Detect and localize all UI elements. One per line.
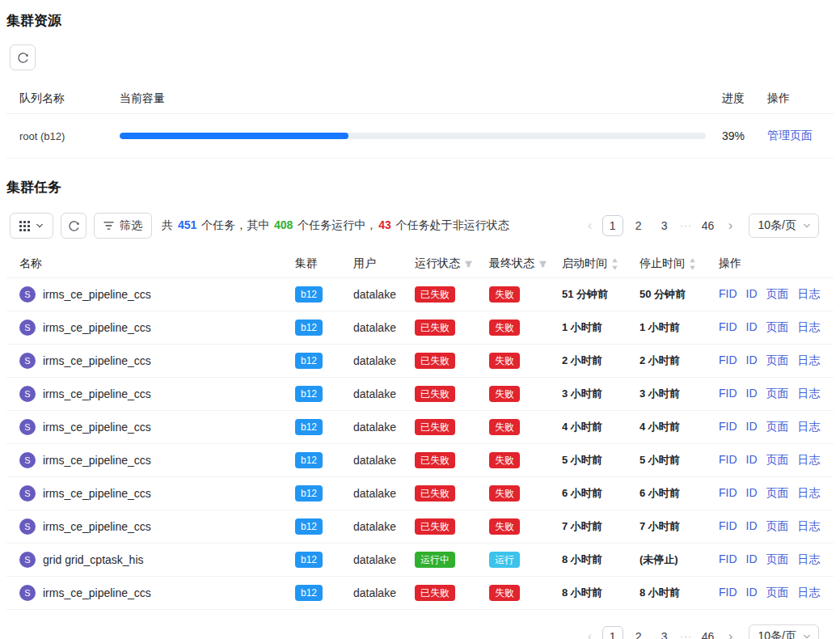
filter-button-label: 筛选 — [120, 218, 142, 233]
id-link[interactable]: ID — [746, 552, 758, 565]
page-link[interactable]: 页面 — [766, 486, 789, 499]
page-button-3[interactable]: 3 — [654, 626, 675, 639]
user-name: datalake — [348, 321, 410, 334]
sort-icon[interactable] — [611, 258, 618, 270]
fid-link[interactable]: FID — [719, 552, 737, 565]
id-link[interactable]: ID — [746, 453, 758, 466]
tasks-refresh-button[interactable] — [61, 213, 87, 239]
page-link[interactable]: 页面 — [766, 420, 789, 433]
page-link[interactable]: 页面 — [766, 519, 789, 532]
id-link[interactable]: ID — [746, 353, 758, 366]
page-button-3[interactable]: 3 — [654, 215, 675, 236]
chevron-down-icon — [803, 222, 811, 230]
next-page-button[interactable]: › — [721, 626, 741, 639]
filter-button[interactable]: 筛选 — [94, 213, 152, 239]
page-ellipsis[interactable]: ··· — [677, 631, 695, 639]
resources-table-row: root (b12) 39% 管理页面 — [6, 114, 834, 159]
fid-link[interactable]: FID — [719, 586, 737, 599]
fid-link[interactable]: FID — [719, 519, 737, 532]
pagination-bottom: ‹ 1 2 3 ··· 46 › 10条/页 — [580, 624, 819, 639]
cluster-badge: b12 — [295, 419, 323, 435]
page-button-2[interactable]: 2 — [628, 215, 649, 236]
start-time: 5 小时前 — [557, 453, 635, 468]
queue-name: root (b12) — [6, 130, 120, 142]
page-link[interactable]: 页面 — [766, 453, 789, 466]
run-status-badge: 已失败 — [415, 518, 455, 535]
page-button-46[interactable]: 46 — [698, 215, 719, 236]
page-size-select[interactable]: 10条/页 — [749, 214, 819, 238]
resources-refresh-button[interactable] — [10, 44, 36, 70]
filter-funnel-icon[interactable] — [538, 260, 547, 269]
id-link[interactable]: ID — [746, 387, 758, 400]
log-link[interactable]: 日志 — [798, 320, 821, 333]
log-link[interactable]: 日志 — [798, 287, 821, 300]
id-link[interactable]: ID — [746, 486, 758, 499]
id-link[interactable]: ID — [746, 420, 758, 433]
log-link[interactable]: 日志 — [798, 486, 821, 499]
avatar: S — [19, 485, 36, 501]
bottom-pagination-bar: ‹ 1 2 3 ··· 46 › 10条/页 — [0, 624, 819, 639]
page-ellipsis[interactable]: ··· — [677, 220, 695, 231]
id-link[interactable]: ID — [746, 586, 758, 599]
column-header-run-status[interactable]: 运行状态 — [410, 256, 484, 271]
page-link[interactable]: 页面 — [766, 353, 789, 366]
id-link[interactable]: ID — [746, 320, 758, 333]
log-link[interactable]: 日志 — [798, 353, 821, 366]
fid-link[interactable]: FID — [719, 486, 737, 499]
id-link[interactable]: ID — [746, 287, 758, 300]
fid-link[interactable]: FID — [719, 287, 737, 300]
task-name: irms_ce_pipeline_ccs — [43, 520, 151, 533]
column-header-start-time[interactable]: 启动时间 — [557, 256, 635, 271]
avatar: S — [19, 419, 36, 435]
chevron-down-icon — [803, 633, 811, 639]
column-header-stop-time[interactable]: 停止时间 — [635, 256, 714, 271]
page-button-1[interactable]: 1 — [602, 215, 623, 236]
run-status-badge: 已失败 — [415, 585, 455, 601]
log-link[interactable]: 日志 — [798, 552, 821, 565]
running-count: 408 — [274, 218, 293, 231]
sort-icon[interactable] — [689, 258, 696, 270]
user-name: datalake — [348, 586, 410, 599]
column-settings-button[interactable] — [10, 213, 53, 239]
page-button-1[interactable]: 1 — [602, 626, 623, 639]
page-link[interactable]: 页面 — [766, 552, 789, 565]
task-name: irms_ce_pipeline_ccs — [43, 421, 151, 434]
fid-link[interactable]: FID — [719, 453, 737, 466]
page-button-2[interactable]: 2 — [628, 626, 649, 639]
run-status-badge: 运行中 — [415, 552, 455, 568]
log-link[interactable]: 日志 — [798, 453, 821, 466]
prev-page-button[interactable]: ‹ — [580, 215, 600, 236]
task-name: irms_ce_pipeline_ccs — [43, 487, 151, 500]
page-button-46[interactable]: 46 — [698, 626, 719, 639]
fid-link[interactable]: FID — [719, 420, 737, 433]
fid-link[interactable]: FID — [719, 320, 737, 333]
filter-funnel-icon[interactable] — [464, 260, 473, 269]
page-link[interactable]: 页面 — [766, 287, 789, 300]
pagination-top: ‹ 1 2 3 ··· 46 › 10条/页 — [580, 214, 819, 238]
log-link[interactable]: 日志 — [798, 519, 821, 532]
column-header-actions: 操作 — [714, 256, 834, 271]
page-link[interactable]: 页面 — [766, 387, 789, 400]
log-link[interactable]: 日志 — [798, 586, 821, 599]
fid-link[interactable]: FID — [719, 353, 737, 366]
queue-progress-fill — [120, 133, 348, 139]
manage-page-link[interactable]: 管理页面 — [767, 129, 813, 142]
page-link[interactable]: 页面 — [766, 320, 789, 333]
fid-link[interactable]: FID — [719, 387, 737, 400]
log-link[interactable]: 日志 — [798, 420, 821, 433]
run-status-badge: 已失败 — [415, 353, 455, 369]
run-status-badge: 已失败 — [415, 320, 455, 336]
user-name: datalake — [348, 354, 410, 367]
column-header-final-status[interactable]: 最终状态 — [484, 256, 557, 271]
page-size-select[interactable]: 10条/页 — [749, 624, 819, 639]
stop-time: 7 小时前 — [635, 519, 714, 534]
task-name: irms_ce_pipeline_ccs — [43, 586, 151, 599]
page-link[interactable]: 页面 — [766, 586, 789, 599]
final-status-badge: 失败 — [489, 286, 520, 303]
next-page-button[interactable]: › — [721, 215, 741, 236]
log-link[interactable]: 日志 — [798, 387, 821, 400]
prev-page-button[interactable]: ‹ — [580, 626, 600, 639]
table-row: Sirms_ce_pipeline_ccs b12 datalake 已失败 失… — [6, 378, 834, 411]
final-status-badge: 失败 — [489, 585, 520, 601]
id-link[interactable]: ID — [746, 519, 758, 532]
